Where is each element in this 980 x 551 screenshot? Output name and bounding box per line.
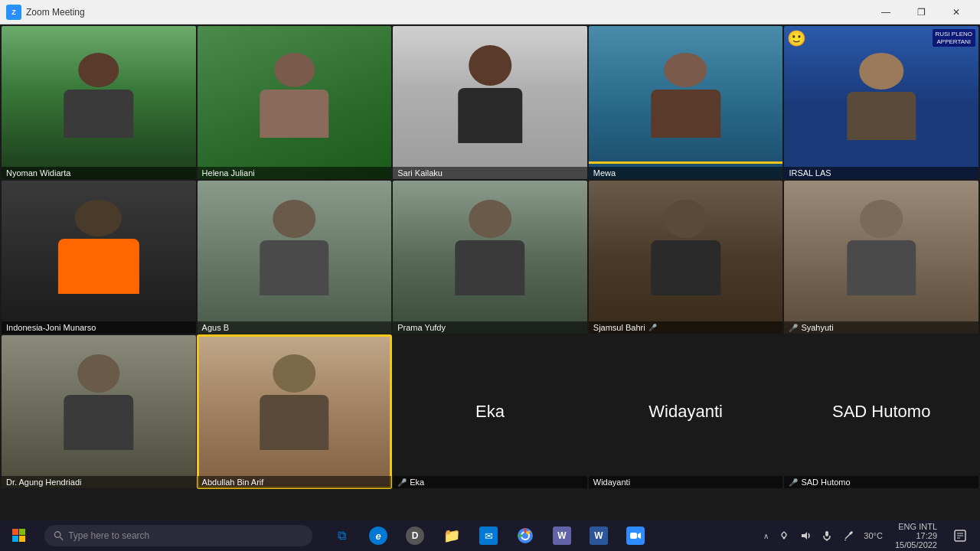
speaker-bar-mewa — [589, 161, 783, 164]
smiley-badge: 🙂 — [787, 29, 806, 47]
video-tile-widayanti[interactable]: Widayanti Widayanti — [589, 335, 783, 488]
participant-name-agung: Dr. Agung Hendriadi — [2, 476, 196, 488]
svg-point-14 — [783, 537, 786, 540]
video-tile-syahyuti[interactable]: 🎤 Syahyuti — [784, 181, 978, 334]
start-button[interactable] — [0, 520, 38, 551]
taskbar: ⧉ e D 📁 ✉ — [0, 520, 980, 551]
svg-point-6 — [54, 532, 60, 538]
banner-overlay: RUSI PLENOAPPERTANI — [933, 29, 975, 47]
participant-display-name-eka: Eka — [475, 402, 505, 422]
notification-button[interactable] — [946, 520, 974, 551]
chrome-button[interactable] — [508, 520, 542, 551]
network-icon[interactable] — [775, 520, 793, 551]
participant-display-name-sad: SAD Hutomo — [832, 402, 930, 422]
mail-button[interactable]: ✉ — [472, 520, 505, 551]
participant-display-name-widayanti: Widayanti — [648, 402, 723, 422]
svg-rect-12 — [630, 533, 637, 539]
svg-text:Z: Z — [11, 8, 16, 16]
zoom-taskbar-button[interactable] — [619, 520, 652, 551]
window-title: Zoom Meeting — [26, 7, 868, 18]
mic-icon[interactable] — [818, 520, 836, 551]
video-tile-helena[interactable]: Helena Juliani — [198, 26, 392, 179]
video-tile-sari[interactable]: Sari Kailaku — [393, 26, 587, 179]
participant-name-syahyuti: 🎤 Syahyuti — [784, 321, 978, 334]
video-tile-irsal[interactable]: 🙂 RUSI PLENOAPPERTANI IRSAL LAS — [784, 26, 978, 179]
participant-name-sari: Sari Kailaku — [393, 167, 587, 179]
empty-area — [0, 490, 980, 520]
video-tile-sjamsul[interactable]: Sjamsul Bahri 🎤 — [589, 181, 783, 334]
teams-button[interactable]: W — [545, 520, 579, 551]
participant-name-eka: 🎤 Eka — [393, 476, 587, 488]
search-bar[interactable] — [44, 525, 312, 546]
participant-name-sad: 🎤 SAD Hutomo — [784, 476, 978, 488]
svg-rect-3 — [19, 529, 25, 535]
participant-name-helena: Helena Juliani — [198, 167, 392, 179]
stylus-icon[interactable] — [839, 520, 858, 551]
participant-name-widayanti: Widayanti — [589, 476, 783, 488]
date-display: 15/05/2022 — [895, 540, 937, 549]
window-controls: — ❐ ✕ — [868, 0, 974, 24]
system-tray: ∧ — [760, 520, 980, 551]
video-tile-prama[interactable]: Prama Yufdy — [393, 181, 587, 334]
participant-name-sjamsul: Sjamsul Bahri 🎤 — [589, 321, 783, 334]
lang-display: ENG INTL — [898, 522, 937, 531]
files-button[interactable]: 📁 — [435, 520, 469, 551]
video-tile-mewa[interactable]: Mewa — [589, 26, 783, 179]
video-tile-nyoman[interactable]: Nyoman Widiarta — [2, 26, 196, 179]
svg-rect-4 — [12, 536, 18, 542]
title-bar: Z Zoom Meeting — ❐ ✕ — [0, 0, 980, 24]
minimize-button[interactable]: — — [868, 0, 903, 24]
close-button[interactable]: ✕ — [939, 0, 974, 24]
restore-button[interactable]: ❐ — [903, 0, 939, 24]
svg-line-7 — [60, 537, 63, 540]
participant-name-joni: Indonesia-Joni Munarso — [2, 321, 196, 334]
word-button[interactable]: W — [582, 520, 616, 551]
video-tile-joni[interactable]: Indonesia-Joni Munarso — [2, 181, 196, 334]
video-tile-agusb[interactable]: Agus B — [198, 181, 392, 334]
svg-rect-5 — [19, 536, 25, 542]
taskview-button[interactable]: ⧉ — [325, 520, 358, 551]
participant-name-irsal: IRSAL LAS — [784, 167, 978, 179]
participant-name-prama: Prama Yufdy — [393, 321, 587, 334]
time-display: 17:29 — [916, 531, 937, 540]
clock-area[interactable]: ENG INTL 17:29 15/05/2022 — [889, 520, 943, 551]
video-tile-eka[interactable]: Eka 🎤 Eka — [393, 335, 587, 488]
svg-marker-15 — [802, 532, 807, 540]
video-tile-agung[interactable]: Dr. Agung Hendriadi — [2, 335, 196, 488]
participant-name-mewa: Mewa — [589, 167, 783, 179]
video-grid: Nyoman Widiarta Helena Juliani Sari Kail… — [0, 24, 980, 490]
svg-marker-19 — [844, 540, 846, 541]
search-input[interactable] — [68, 530, 303, 541]
temperature-display[interactable]: 30°C — [861, 520, 886, 551]
video-tile-sad[interactable]: SAD Hutomo 🎤 SAD Hutomo — [784, 335, 978, 488]
participant-name-agusb: Agus B — [198, 321, 392, 334]
app-icon: Z — [6, 5, 21, 20]
volume-icon[interactable] — [796, 520, 815, 551]
svg-rect-16 — [825, 531, 828, 536]
search-icon — [54, 530, 64, 541]
svg-rect-2 — [12, 529, 18, 535]
edge-button[interactable]: e — [361, 520, 395, 551]
participant-name-nyoman: Nyoman Widiarta — [2, 167, 196, 179]
taskbar-apps: ⧉ e D 📁 ✉ — [318, 520, 760, 551]
participant-name-abdullah: Abdullah Bin Arif — [198, 476, 392, 488]
systray-overflow[interactable]: ∧ — [760, 520, 772, 551]
zoom-main-area: Nyoman Widiarta Helena Juliani Sari Kail… — [0, 24, 980, 520]
dell-button[interactable]: D — [398, 520, 432, 551]
video-tile-abdullah[interactable]: Abdullah Bin Arif — [198, 335, 392, 488]
